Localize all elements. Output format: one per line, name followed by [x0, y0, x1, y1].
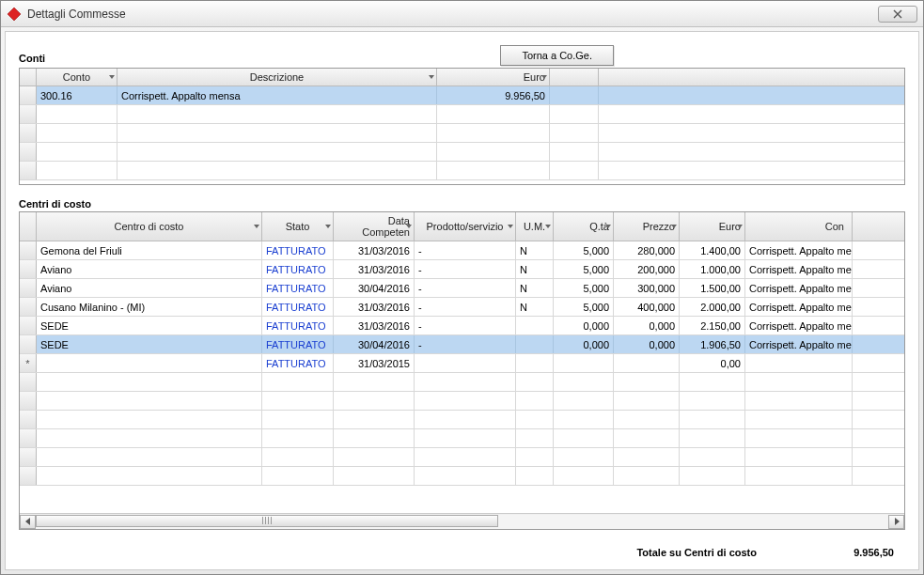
table-row[interactable]: [20, 392, 904, 411]
cell-prodotto[interactable]: -: [415, 317, 516, 334]
cell-centro[interactable]: SEDE: [37, 317, 262, 334]
cell-um[interactable]: [516, 448, 554, 466]
cell-data[interactable]: 31/03/2016: [334, 241, 415, 259]
cell-conto[interactable]: Corrispett. Appalto me: [745, 298, 853, 316]
cell-euro[interactable]: [680, 392, 745, 410]
cell-conto[interactable]: [745, 392, 853, 410]
cell-prezzo[interactable]: [614, 448, 680, 466]
cell-descrizione[interactable]: [117, 162, 437, 179]
cell-qta[interactable]: 5,000: [554, 279, 614, 297]
cell-um[interactable]: [516, 354, 554, 372]
row-selector[interactable]: [20, 429, 37, 447]
cell-stato[interactable]: [262, 373, 334, 391]
cell-prezzo[interactable]: 200,000: [614, 260, 680, 278]
cell-descrizione[interactable]: [117, 105, 437, 123]
cell-prodotto[interactable]: -: [415, 298, 516, 316]
table-row[interactable]: [20, 373, 904, 392]
cell-prodotto[interactable]: -: [415, 279, 516, 297]
cell-um[interactable]: N: [516, 279, 554, 297]
grid-conti[interactable]: Conto Descrizione Euro 300.16Corrispett.…: [19, 68, 905, 185]
row-selector[interactable]: [20, 298, 37, 316]
cell-conto[interactable]: Corrispett. Appalto me: [745, 335, 853, 353]
cell-euro[interactable]: 1.000,00: [680, 260, 745, 278]
cell-euro[interactable]: 2.000,00: [680, 298, 745, 316]
cell-stato[interactable]: FATTURATO: [262, 260, 334, 278]
cell-conto[interactable]: [37, 162, 117, 179]
cell-centro[interactable]: [37, 448, 262, 466]
cell-prodotto[interactable]: [415, 467, 516, 485]
cell-prezzo[interactable]: 300,000: [614, 279, 680, 297]
row-selector[interactable]: [20, 335, 37, 353]
cell-stato[interactable]: FATTURATO: [262, 354, 334, 372]
cell-prezzo[interactable]: [614, 467, 680, 485]
table-row[interactable]: [20, 467, 904, 486]
cell-um[interactable]: [516, 317, 554, 334]
cell-euro[interactable]: [680, 429, 745, 447]
cell-qta[interactable]: [554, 448, 614, 466]
cell-prezzo[interactable]: [614, 373, 680, 391]
row-selector-header[interactable]: [20, 212, 37, 241]
cell-centro[interactable]: Aviano: [37, 279, 262, 297]
cell-prodotto[interactable]: -: [415, 260, 516, 278]
cell-data[interactable]: 31/03/2015: [334, 354, 415, 372]
cell-conto[interactable]: [745, 411, 853, 428]
table-row[interactable]: [20, 411, 904, 429]
cell-euro[interactable]: [437, 105, 550, 123]
row-selector[interactable]: [20, 448, 37, 466]
cell-euro[interactable]: [680, 373, 745, 391]
cell-euro[interactable]: 2.150,00: [680, 317, 745, 334]
cell-conto[interactable]: [745, 429, 853, 447]
row-selector[interactable]: [20, 411, 37, 428]
cell-stato[interactable]: FATTURATO: [262, 241, 334, 259]
cell-euro[interactable]: [437, 162, 550, 179]
horizontal-scrollbar[interactable]: [20, 513, 904, 529]
cell-qta[interactable]: 5,000: [554, 260, 614, 278]
cell-conto[interactable]: Corrispett. Appalto me: [745, 260, 853, 278]
row-selector[interactable]: [20, 467, 37, 485]
cell-prodotto[interactable]: -: [415, 241, 516, 259]
grid-centri[interactable]: Centro di costo Stato Data Competen Prod…: [19, 211, 905, 530]
cell-prezzo[interactable]: [614, 354, 680, 372]
cell-prodotto[interactable]: -: [415, 335, 516, 353]
cell-qta[interactable]: [554, 354, 614, 372]
cell-prodotto[interactable]: [415, 354, 516, 372]
col-prezzo[interactable]: Prezzo: [614, 212, 680, 241]
table-row[interactable]: [20, 143, 904, 162]
cell-centro[interactable]: [37, 467, 262, 485]
table-row[interactable]: AvianoFATTURATO31/03/2016-N5,000200,0001…: [20, 260, 904, 279]
row-selector[interactable]: [20, 317, 37, 334]
scroll-track[interactable]: [36, 515, 888, 529]
cell-conto[interactable]: [745, 354, 853, 372]
cell-euro[interactable]: [437, 143, 550, 161]
cell-stato[interactable]: FATTURATO: [262, 298, 334, 316]
row-selector-header[interactable]: [20, 69, 37, 85]
table-row[interactable]: *FATTURATO31/03/20150,00: [20, 354, 904, 373]
cell-conto[interactable]: 300.16: [37, 86, 117, 104]
cell-data[interactable]: 31/03/2016: [334, 298, 415, 316]
table-row[interactable]: [20, 162, 904, 180]
cell-prezzo[interactable]: 0,000: [614, 335, 680, 353]
col-qta[interactable]: Q.tà: [554, 212, 614, 241]
table-row[interactable]: [20, 448, 904, 467]
cell-um[interactable]: N: [516, 241, 554, 259]
col-um[interactable]: U.M.: [516, 212, 554, 241]
col-prodotto[interactable]: Prodotto/servizio: [415, 212, 516, 241]
col-conto[interactable]: Conto: [37, 69, 117, 85]
cell-euro[interactable]: [437, 124, 550, 142]
cell-um[interactable]: [516, 335, 554, 353]
cell-qta[interactable]: [554, 467, 614, 485]
cell-prodotto[interactable]: [415, 392, 516, 410]
cell-um[interactable]: N: [516, 260, 554, 278]
cell-prodotto[interactable]: [415, 448, 516, 466]
cell-centro[interactable]: [37, 411, 262, 428]
table-row[interactable]: [20, 105, 904, 124]
cell-stato[interactable]: FATTURATO: [262, 335, 334, 353]
table-row[interactable]: SEDEFATTURATO31/03/2016-0,0000,0002.150,…: [20, 317, 904, 335]
table-row[interactable]: [20, 124, 904, 143]
cell-centro[interactable]: [37, 373, 262, 391]
cell-stato[interactable]: [262, 467, 334, 485]
cell-qta[interactable]: [554, 429, 614, 447]
cell-euro[interactable]: [680, 448, 745, 466]
cell-um[interactable]: N: [516, 298, 554, 316]
cell-qta[interactable]: [554, 373, 614, 391]
